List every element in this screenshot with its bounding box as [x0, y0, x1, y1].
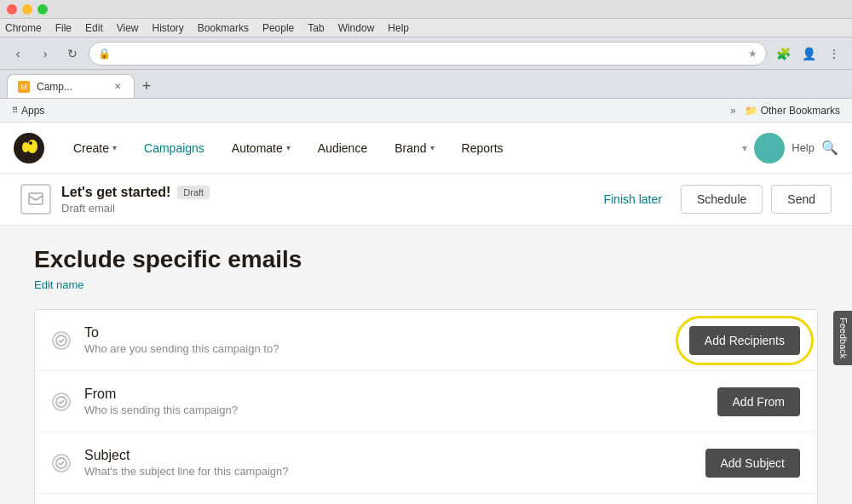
more-button[interactable]: ⋮ — [823, 43, 845, 65]
mac-menu-item-people[interactable]: People — [262, 22, 294, 34]
brand-chevron: ▾ — [430, 143, 435, 152]
chrome-actions: 🧩 👤 ⋮ — [772, 43, 845, 65]
mac-menu-item-bookmarks[interactable]: Bookmarks — [198, 22, 249, 34]
to-info: To Who are you sending this campaign to? — [84, 325, 689, 355]
mac-menu-item-help[interactable]: Help — [388, 22, 409, 34]
nav-audience[interactable]: Audience — [306, 135, 379, 162]
to-label: To — [84, 325, 689, 341]
finish-later-button[interactable]: Finish later — [593, 186, 671, 213]
subject-label: Subject — [84, 448, 705, 463]
nav-automate[interactable]: Automate ▾ — [220, 135, 302, 162]
send-button[interactable]: Send — [771, 185, 832, 214]
nav-brand[interactable]: Brand ▾ — [383, 135, 446, 162]
from-check — [52, 392, 71, 411]
add-subject-button[interactable]: Add Subject — [705, 449, 801, 478]
tab-favicon: M — [18, 81, 30, 93]
schedule-button[interactable]: Schedule — [681, 185, 763, 214]
campaign-subtitle: Draft email — [61, 202, 593, 215]
automate-chevron: ▾ — [286, 143, 291, 152]
campaign-header: Let's get started! Draft Draft email Fin… — [0, 174, 852, 226]
mc-nav-right: ▾ Help 🔍 — [742, 133, 838, 163]
other-bookmarks-label: Other Bookmarks — [761, 105, 840, 117]
mac-dot-yellow[interactable] — [22, 4, 32, 14]
main-content: Exclude specific emails Edit name To Who… — [0, 226, 852, 504]
svg-point-3 — [29, 141, 32, 145]
mac-dot-green[interactable] — [37, 4, 48, 14]
apps-label: Apps — [21, 105, 44, 117]
mc-nav-items: Create ▾ Campaigns Automate ▾ Audience B… — [61, 135, 742, 162]
mac-menu-item-tab[interactable]: Tab — [308, 22, 324, 34]
mac-menu-item-history[interactable]: History — [153, 22, 184, 34]
nav-arrow: ▾ — [742, 142, 747, 154]
draft-badge: Draft — [177, 186, 210, 199]
nav-reports[interactable]: Reports — [450, 135, 515, 162]
tab-bar: M Camp... ✕ + — [0, 70, 852, 99]
profile-button[interactable]: 👤 — [797, 43, 820, 65]
search-button[interactable]: 🔍 — [821, 140, 838, 156]
forward-button[interactable]: › — [34, 43, 56, 65]
campaign-icon — [20, 184, 51, 215]
svg-point-2 — [22, 142, 29, 152]
feedback-tab[interactable]: Feedback — [833, 311, 852, 365]
subject-check — [52, 454, 71, 472]
page-title: Exclude specific emails — [34, 246, 818, 273]
nav-create[interactable]: Create ▾ — [61, 135, 129, 162]
mailchimp-logo[interactable] — [14, 133, 44, 163]
add-recipients-button[interactable]: Add Recipients — [689, 326, 800, 355]
add-recipients-wrapper: Add Recipients — [689, 326, 800, 355]
setup-row-from: From Who is sending this campaign? Add F… — [35, 371, 817, 432]
setup-row-subject: Subject What's the subject line for this… — [35, 432, 817, 494]
back-button[interactable]: ‹ — [7, 43, 29, 65]
new-tab-button[interactable]: + — [135, 74, 158, 98]
mac-bar — [0, 0, 852, 19]
mc-nav: Create ▾ Campaigns Automate ▾ Audience B… — [0, 123, 852, 174]
to-check — [52, 331, 71, 350]
edit-name-link[interactable]: Edit name — [34, 278, 84, 291]
mac-menu: Chrome File Edit View History Bookmarks … — [0, 19, 852, 37]
bookmarks-arrow: » — [730, 105, 736, 117]
setup-card: To Who are you sending this campaign to?… — [34, 309, 818, 504]
mac-menu-item-window[interactable]: Window — [338, 22, 375, 34]
campaign-title: Let's get started! Draft — [61, 185, 593, 200]
mac-menu-item-file[interactable]: File — [55, 22, 72, 34]
address-bar[interactable]: 🔒 ★ — [89, 42, 767, 66]
from-desc: Who is sending this campaign? — [84, 404, 717, 416]
mac-menu-item-edit[interactable]: Edit — [85, 22, 103, 34]
active-tab[interactable]: M Camp... ✕ — [7, 74, 135, 98]
tab-title: Camp... — [37, 81, 72, 93]
subject-desc: What's the subject line for this campaig… — [84, 465, 705, 478]
from-info: From Who is sending this campaign? — [84, 387, 717, 416]
campaign-title-block: Let's get started! Draft Draft email — [61, 185, 593, 215]
bookmarks-other[interactable]: 📁 Other Bookmarks — [740, 101, 845, 120]
nav-campaigns[interactable]: Campaigns — [132, 135, 216, 162]
svg-rect-4 — [29, 193, 43, 204]
chrome-bar: ‹ › ↻ 🔒 ★ 🧩 👤 ⋮ — [0, 37, 852, 70]
mac-menu-item-view[interactable]: View — [117, 22, 139, 34]
reload-button[interactable]: ↻ — [61, 43, 83, 65]
campaign-actions: Finish later Schedule Send — [593, 185, 832, 214]
mac-dot-red[interactable] — [7, 4, 17, 14]
to-desc: Who are you sending this campaign to? — [84, 342, 689, 355]
from-label: From — [84, 387, 717, 402]
setup-row-to: To Who are you sending this campaign to?… — [35, 310, 817, 371]
add-from-button[interactable]: Add From — [717, 387, 800, 416]
app-container: Create ▾ Campaigns Automate ▾ Audience B… — [0, 123, 852, 504]
mac-menu-item-chrome[interactable]: Chrome — [5, 22, 42, 34]
bookmarks-apps[interactable]: ⠿ Apps — [7, 101, 49, 120]
create-chevron: ▾ — [112, 143, 117, 152]
subject-info: Subject What's the subject line for this… — [84, 448, 705, 478]
tab-close-button[interactable]: ✕ — [112, 81, 124, 93]
user-avatar[interactable] — [754, 133, 785, 163]
nav-help[interactable]: Help — [792, 141, 815, 154]
extensions-button[interactable]: 🧩 — [772, 43, 794, 65]
setup-row-content: Content Design the content for your emai… — [35, 494, 817, 504]
bookmarks-bar: ⠿ Apps » 📁 Other Bookmarks — [0, 99, 852, 123]
